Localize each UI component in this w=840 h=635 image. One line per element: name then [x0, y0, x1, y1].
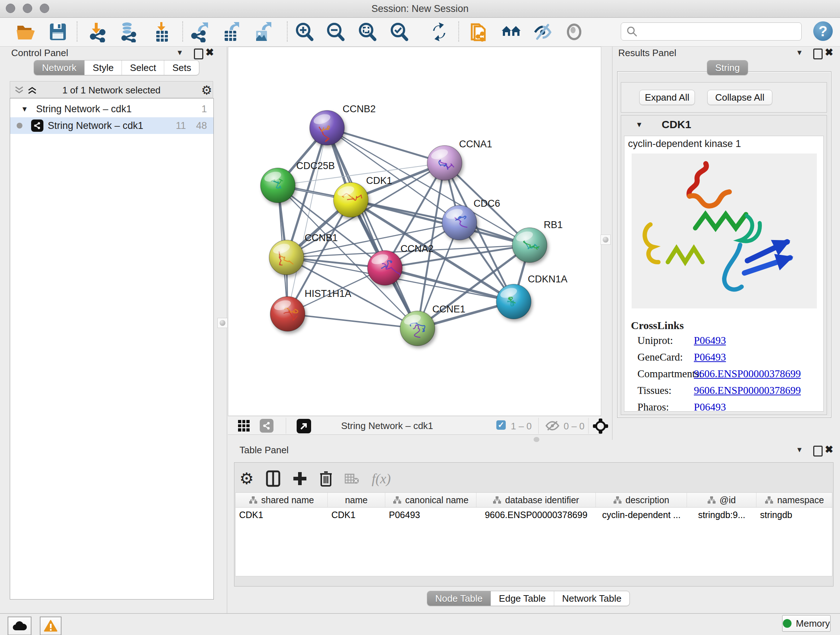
results-panel-close-icon[interactable]: ✖: [825, 46, 833, 58]
grid-view-icon[interactable]: [238, 420, 249, 432]
horizontal-splitter-handle[interactable]: [532, 437, 540, 442]
network-node-CDC6[interactable]: [442, 205, 477, 240]
memory-button[interactable]: Memory: [782, 615, 831, 632]
zoom-selected-icon[interactable]: [388, 21, 410, 43]
tab-network[interactable]: Network: [34, 60, 84, 75]
network-node-CCNB1[interactable]: [269, 240, 304, 275]
right-splitter-handle[interactable]: [600, 234, 611, 245]
network-edge-K1-RB[interactable]: [351, 200, 530, 245]
control-panel-close-icon[interactable]: ✖: [205, 46, 214, 58]
network-node-CCNB2[interactable]: [309, 111, 344, 145]
protein-collapse-icon[interactable]: ▼: [636, 120, 643, 129]
table-cell[interactable]: CDK1: [235, 510, 328, 520]
network-node-HIST1H1A[interactable]: [270, 296, 305, 331]
save-session-icon[interactable]: [47, 21, 68, 43]
collection-expand-icon[interactable]: ▼: [21, 105, 28, 113]
show-all-icon[interactable]: [563, 21, 585, 43]
tab-string[interactable]: String: [707, 60, 748, 75]
left-splitter-handle[interactable]: [218, 318, 227, 328]
network-options-gear-icon[interactable]: ⚙: [201, 83, 212, 97]
zoom-out-icon[interactable]: [325, 21, 346, 43]
crosslink-link[interactable]: 9606.ENSP00000378699: [694, 368, 801, 380]
table-cell[interactable]: stringdb:9...: [687, 510, 756, 520]
table-cell[interactable]: 9606.ENSP00000378699: [477, 510, 596, 520]
table-panel-menu-icon[interactable]: ▼: [796, 446, 803, 454]
import-network-from-file-icon[interactable]: [88, 21, 109, 43]
tab-select[interactable]: Select: [122, 60, 164, 75]
control-panel-menu-icon[interactable]: ▼: [176, 49, 183, 57]
network-collection-row[interactable]: ▼ String Network – cdk1 1: [10, 101, 213, 117]
table-panel-close-icon[interactable]: ✖: [825, 443, 833, 455]
crosslink-link[interactable]: P06493: [694, 334, 726, 347]
left-splitter[interactable]: [227, 46, 227, 613]
table-gear-icon[interactable]: ⚙: [240, 471, 254, 486]
collapse-all-button[interactable]: Collapse All: [707, 90, 772, 105]
refresh-view-icon[interactable]: [428, 21, 450, 43]
column-header-shared-name[interactable]: shared name: [235, 493, 328, 507]
open-session-icon[interactable]: [15, 21, 36, 43]
expand-all-button[interactable]: Expand All: [639, 90, 695, 105]
table-panel-float-icon[interactable]: [813, 446, 823, 456]
warning-button[interactable]: [40, 616, 62, 635]
column-header-description[interactable]: description: [596, 493, 687, 507]
open-view-icon[interactable]: [297, 419, 311, 433]
tab-sets[interactable]: Sets: [164, 60, 199, 75]
hide-selected-icon[interactable]: [532, 21, 554, 43]
table-cell[interactable]: P06493: [385, 510, 477, 520]
network-edge-B2-A1[interactable]: [327, 128, 445, 163]
string-import-icon[interactable]: [468, 21, 489, 43]
control-panel-float-icon[interactable]: [194, 49, 203, 59]
tab-node-table[interactable]: Node Table: [427, 591, 491, 606]
title-bar: Session: New Session: [0, 0, 840, 18]
tab-network-table[interactable]: Network Table: [554, 591, 630, 606]
export-network-icon[interactable]: [189, 21, 210, 43]
tab-style[interactable]: Style: [84, 60, 122, 75]
right-splitter[interactable]: [612, 46, 613, 440]
column-header-canonical-name[interactable]: canonical name: [385, 493, 477, 507]
network-node-CDC25B[interactable]: [261, 168, 295, 203]
zoom-in-icon[interactable]: [294, 21, 315, 43]
network-node-CCNE1[interactable]: [400, 311, 435, 346]
table-cell[interactable]: stringdb: [756, 510, 832, 520]
export-image-icon[interactable]: [251, 21, 273, 43]
table-cell[interactable]: cyclin-dependent ...: [596, 510, 687, 520]
export-table-icon[interactable]: [220, 21, 242, 43]
birds-eye-icon[interactable]: [592, 418, 608, 434]
show-columns-icon[interactable]: [266, 470, 280, 487]
search-input[interactable]: [621, 22, 802, 41]
add-column-icon[interactable]: [293, 471, 307, 486]
column-header-namespace[interactable]: namespace: [756, 493, 832, 507]
network-node-RB1[interactable]: [512, 228, 547, 263]
network-view-share-icon[interactable]: [260, 419, 273, 432]
toolbar-separator: [182, 21, 183, 42]
network-node-label: CDKN1A: [528, 274, 568, 285]
cloud-button[interactable]: [8, 616, 32, 635]
hidden-eye-icon: [545, 420, 560, 432]
import-network-from-database-icon[interactable]: [118, 21, 140, 43]
crosslink-link[interactable]: P06493: [694, 401, 726, 412]
network-node-CDKN1A[interactable]: [496, 284, 531, 319]
crosslink-link[interactable]: P06493: [694, 351, 726, 363]
network-canvas[interactable]: CCNB2 CCNA1 CDC25B CDK1 CDC6 RB1: [228, 47, 601, 416]
network-edge-H1-E1[interactable]: [287, 314, 417, 328]
column-header-name[interactable]: name: [328, 493, 385, 507]
column-header--id[interactable]: @id: [687, 493, 756, 507]
network-row-selected[interactable]: String Network – cdk1 11 48: [10, 117, 213, 134]
results-panel-float-icon[interactable]: [813, 49, 823, 59]
zoom-fit-icon[interactable]: [356, 21, 378, 43]
network-node-CCNA1[interactable]: [427, 146, 462, 180]
selected-checkbox[interactable]: ✓: [496, 420, 506, 430]
table-row[interactable]: CDK1CDK1P064939606.ENSP00000378699cyclin…: [235, 508, 832, 522]
network-node-CDK1[interactable]: [333, 182, 368, 217]
string-home-icon[interactable]: [500, 21, 522, 43]
column-header-database-identifier[interactable]: database identifier: [477, 493, 596, 507]
crosslink-link[interactable]: 9606.ENSP00000378699: [694, 385, 801, 396]
network-node-CCNA2[interactable]: [368, 250, 402, 285]
tab-edge-table[interactable]: Edge Table: [491, 591, 554, 606]
table-cell[interactable]: CDK1: [328, 510, 385, 520]
import-table-from-file-icon[interactable]: [151, 21, 172, 43]
results-panel-menu-icon[interactable]: ▼: [796, 49, 803, 57]
network-edge-B2-H1[interactable]: [287, 128, 327, 314]
delete-column-icon[interactable]: [319, 470, 332, 487]
help-button[interactable]: ?: [813, 21, 833, 41]
